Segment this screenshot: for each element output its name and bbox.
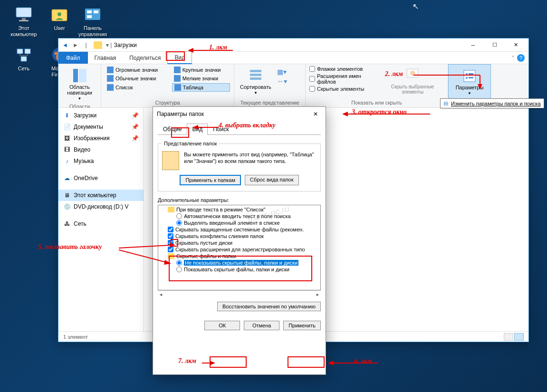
window-title: Загрузки (114, 42, 462, 48)
desktop-icon-control-panel[interactable]: Панель управления (76, 5, 109, 38)
dialog-titlebar: Параметры папок ✕ (153, 107, 326, 121)
ribbon-toggle-icon[interactable]: ˄ (512, 55, 514, 60)
columns-icon[interactable]: ▦▾ (277, 68, 287, 76)
nav-videos[interactable]: 🎞Видео (58, 144, 144, 155)
group-label: Текущее представление (238, 99, 301, 105)
chevron-down-icon: ▼ (78, 96, 82, 101)
separator: ▾ | (106, 42, 112, 48)
pictures-icon: 🖼 (63, 134, 71, 142)
ok-button[interactable]: ОК (204, 321, 240, 330)
music-icon: ♪ (63, 157, 71, 165)
layout-icon (107, 67, 114, 73)
nav-pane: ⬇Загрузки📌 📄Документы📌 🖼Изображения📌 🎞Ви… (58, 108, 144, 331)
hide-selected-button[interactable]: Скрыть выбранные элементы (381, 66, 444, 96)
reset-folders-button[interactable]: Сброс вида папок (245, 175, 299, 185)
folder-icon (168, 207, 174, 212)
tree-folder: При вводе текста в режиме "Список" (159, 206, 319, 213)
options-tooltip: ▤ Изменить параметры папок и поиска (440, 98, 544, 108)
tree-check-hide-sys[interactable]: Скрывать защищенные системные файлы (рек… (159, 226, 319, 233)
status-text: 1 элемент (63, 334, 88, 340)
nav-arrows: ◄ ► | (60, 40, 91, 50)
layout-huge[interactable]: Огромные значки (105, 66, 167, 74)
desktop-icon-network[interactable]: Сеть (7, 45, 40, 72)
pc-icon (14, 5, 33, 24)
tab-share[interactable]: Поделиться (123, 52, 167, 64)
tree-check[interactable]: Скрывать пустые диски (159, 239, 319, 246)
chk-flags[interactable]: Флажки элементов (309, 66, 374, 72)
nav-pictures[interactable]: 🖼Изображения📌 (58, 133, 144, 144)
options-button[interactable]: Параметры ▼ (452, 67, 487, 97)
sort-button[interactable]: Сортировать ▼ (238, 66, 273, 97)
pin-icon: 📌 (132, 124, 139, 130)
dialog-title: Параметры папок (157, 111, 204, 117)
apply-to-folders-button[interactable]: Применить к папкам (180, 175, 241, 185)
layout-small[interactable]: Мелкие значки (172, 75, 230, 82)
view-details-icon[interactable] (514, 333, 524, 341)
maximize-button[interactable]: ☐ (484, 38, 505, 52)
nav-pane-label: Область навигации (64, 84, 95, 96)
svg-point-23 (466, 77, 468, 79)
view-grid-icon[interactable] (504, 333, 513, 341)
tree-radio[interactable]: Выделять введенный элемент в списке (159, 220, 319, 226)
tree-check[interactable]: Скрывать конфликты слияния папок (159, 233, 319, 239)
layout-icon (107, 75, 114, 82)
file-menu[interactable]: Файл (58, 52, 88, 64)
tree-check[interactable]: Скрывать расширения для зарегистрированн… (159, 246, 319, 253)
svg-rect-5 (85, 9, 100, 20)
nav-documents[interactable]: 📄Документы📌 (58, 121, 144, 133)
layout-table[interactable]: Таблица (172, 83, 230, 92)
nav-downloads[interactable]: ⬇Загрузки📌 (58, 110, 144, 121)
advanced-label: Дополнительные параметры: (158, 197, 321, 203)
svg-rect-16 (250, 74, 261, 76)
layout-list[interactable]: Список (105, 83, 167, 92)
svg-rect-11 (21, 57, 27, 61)
chevron-down-icon: ▼ (468, 91, 471, 96)
separator: | (81, 40, 91, 50)
tab-search[interactable]: Поиск (208, 124, 234, 135)
minimize-button[interactable]: ─ (462, 38, 484, 52)
forward-button[interactable]: ► (71, 40, 80, 50)
svg-point-4 (58, 12, 61, 16)
size-icon[interactable]: ↔▾ (277, 77, 287, 85)
pin-icon: 📌 (132, 112, 139, 119)
svg-rect-6 (87, 10, 92, 13)
chk-hidden[interactable]: Скрытые элементы (309, 86, 374, 92)
nav-dvd[interactable]: 💿DVD-дисковод (D:) V (58, 201, 144, 212)
tab-home[interactable]: Главная (88, 52, 123, 64)
layout-large[interactable]: Крупные значки (172, 66, 230, 74)
layout-icon (174, 75, 181, 82)
tab-general[interactable]: Общие (158, 124, 187, 135)
tab-view[interactable]: Вид (187, 124, 208, 135)
svg-rect-8 (87, 15, 92, 18)
documents-icon: 📄 (63, 123, 71, 131)
cancel-button[interactable]: Отмена (244, 321, 279, 330)
tree-radio-dont-show-hidden[interactable]: Не показывать скрытые файлы, папки и дис… (159, 259, 319, 266)
tab-view[interactable]: Вид (167, 51, 192, 64)
nav-music[interactable]: ♪Музыка (58, 155, 144, 167)
tree-scrollbar[interactable]: ◄► (158, 290, 321, 298)
desktop-icon-user[interactable]: User (43, 5, 76, 31)
close-button[interactable]: ✕ (505, 38, 527, 52)
restore-defaults-button[interactable]: Восстановить значения по умолчанию (217, 302, 321, 311)
folder-icon (94, 41, 102, 49)
back-button[interactable]: ◄ (60, 40, 70, 50)
tree-radio[interactable]: Автоматически вводить текст в поле поиск… (159, 213, 319, 220)
svg-rect-14 (79, 69, 86, 82)
layout-icon (107, 84, 114, 91)
svg-rect-9 (17, 49, 23, 54)
advanced-tree[interactable]: При вводе текста в режиме "Список" Автом… (158, 205, 321, 290)
svg-rect-15 (250, 70, 261, 72)
nav-pane-button[interactable]: Область навигации ▼ (62, 66, 97, 103)
chk-extensions[interactable]: Расширения имен файлов (309, 73, 374, 85)
help-icon[interactable]: ? (517, 54, 525, 62)
tree-radio-show-hidden[interactable]: Показывать скрытые файлы, папки и диски (159, 266, 319, 273)
dialog-close-button[interactable]: ✕ (309, 108, 322, 120)
dialog-tabs: Общие Вид Поиск (158, 123, 321, 135)
desktop-icon-this-pc[interactable]: Этот компьютер (7, 5, 40, 38)
layout-normal[interactable]: Обычные значки (105, 75, 167, 82)
nav-network[interactable]: 🖧Сеть (58, 218, 144, 229)
apply-button[interactable]: Применить (283, 321, 321, 330)
tree-folder: Скрытые файлы и папки (159, 253, 319, 259)
nav-this-pc[interactable]: 🖥Этот компьютер (58, 190, 144, 201)
nav-onedrive[interactable]: ☁OneDrive (58, 172, 144, 184)
